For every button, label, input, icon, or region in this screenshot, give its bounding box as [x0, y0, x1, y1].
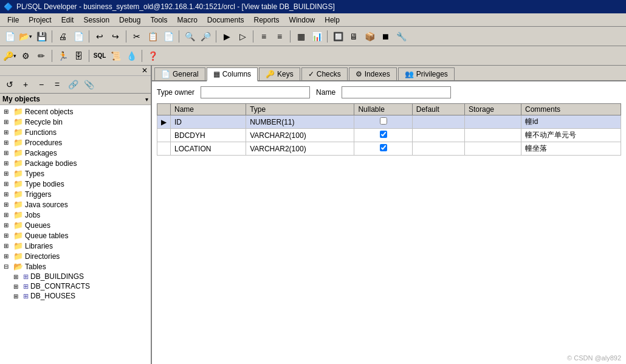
pin-tree-button[interactable]: 📎 [81, 77, 96, 92]
expander-types[interactable]: ⊞ [4, 170, 13, 177]
close-panel-button[interactable]: ✕ [140, 66, 150, 75]
compile-button[interactable]: 🖥 [346, 29, 361, 44]
tree-item-directories[interactable]: ⊞📁Directories [1, 251, 150, 261]
lock-button[interactable]: ⚙ [18, 49, 33, 63]
expander-tables[interactable]: ⊟ [4, 263, 13, 270]
link-tree-button[interactable]: 🔗 [66, 77, 80, 92]
tree-item-db-contracts[interactable]: ⊞⊞DB_CONTRACTS [1, 281, 150, 291]
tab-keys[interactable]: 🔑Keys [259, 67, 300, 80]
db-button[interactable]: 🗄 [71, 49, 86, 63]
tree-item-queue-tables[interactable]: ⊞📁Queue tables [1, 230, 150, 241]
cut-button[interactable]: ✂ [129, 29, 144, 44]
paste-button[interactable]: 📄 [161, 29, 176, 44]
execute-button[interactable]: ▶ [219, 29, 234, 44]
tree-item-recycle-bin[interactable]: ⊞📁Recycle bin [1, 117, 150, 127]
menu-item-macro[interactable]: Macro [172, 15, 202, 26]
scroll-button[interactable]: 📜 [108, 49, 123, 63]
filter-tree-button[interactable]: = [50, 77, 64, 92]
menu-item-project[interactable]: Project [24, 15, 56, 26]
expander-packages[interactable]: ⊞ [4, 149, 13, 156]
tree-item-java-sources[interactable]: ⊞📁Java sources [1, 199, 150, 210]
cell-nullable-0[interactable] [354, 115, 412, 129]
menu-item-window[interactable]: Window [284, 15, 320, 26]
my-objects-dropdown[interactable]: ▾ [145, 96, 148, 103]
indent-button[interactable]: ≡ [256, 29, 271, 44]
expander-db-buildings[interactable]: ⊞ [13, 273, 23, 280]
execute-step-button[interactable]: ▷ [235, 29, 250, 44]
tools-button[interactable]: 🔧 [394, 29, 408, 44]
stop-button[interactable]: ⏹ [378, 29, 393, 44]
menu-item-edit[interactable]: Edit [57, 15, 79, 26]
tree-item-package-bodies[interactable]: ⊞📁Package bodies [1, 158, 150, 168]
run-button[interactable]: 🏃 [55, 49, 70, 63]
expander-package-bodies[interactable]: ⊞ [4, 160, 13, 167]
find-button[interactable]: 🔍 [182, 29, 197, 44]
explain-button[interactable]: 📊 [309, 29, 324, 44]
table-row[interactable]: ▶IDNUMBER(11)幢id [157, 115, 621, 129]
table-row[interactable]: BDCDYHVARCHAR2(100)幢不动产单元号 [157, 129, 621, 142]
tree-item-recent-objects[interactable]: ⊞📁Recent objects [1, 106, 150, 117]
add-tree-button[interactable]: + [18, 77, 33, 92]
compile-all-button[interactable]: 📦 [362, 29, 377, 44]
menu-item-file[interactable]: File [2, 15, 24, 26]
expander-triggers[interactable]: ⊞ [4, 191, 13, 197]
grid-button[interactable]: ▦ [294, 29, 308, 44]
expander-recycle-bin[interactable]: ⊞ [4, 118, 13, 125]
expander-queue-tables[interactable]: ⊞ [4, 232, 13, 239]
tree-item-procedures[interactable]: ⊞📁Procedures [1, 137, 150, 148]
tree-item-db-houses[interactable]: ⊞⊞DB_HOUSES [1, 291, 150, 301]
type-owner-input[interactable] [201, 86, 310, 98]
refresh-tree-button[interactable]: ↺ [2, 77, 17, 92]
expander-recent-objects[interactable]: ⊞ [4, 108, 13, 115]
expander-functions[interactable]: ⊞ [4, 129, 13, 136]
tree-item-type-bodies[interactable]: ⊞📁Type bodies [1, 179, 150, 189]
expander-type-bodies[interactable]: ⊞ [4, 180, 13, 187]
debug-button[interactable]: 🔲 [331, 29, 345, 44]
menu-item-debug[interactable]: Debug [114, 15, 145, 26]
menu-item-reports[interactable]: Reports [249, 15, 284, 26]
help-button[interactable]: ❓ [145, 49, 160, 63]
print-button[interactable]: 🖨 [55, 29, 70, 44]
tree-item-triggers[interactable]: ⊞📁Triggers [1, 189, 150, 199]
tree-item-functions[interactable]: ⊞📁Functions [1, 127, 150, 137]
menu-item-help[interactable]: Help [320, 15, 345, 26]
expander-db-contracts[interactable]: ⊞ [13, 283, 23, 290]
tree-item-types[interactable]: ⊞📁Types [1, 168, 150, 179]
tree-item-libraries[interactable]: ⊞📁Libraries [1, 241, 150, 251]
expander-db-houses[interactable]: ⊞ [13, 293, 23, 300]
remove-tree-button[interactable]: − [34, 77, 49, 92]
tab-general[interactable]: 📄General [154, 67, 205, 80]
tree-item-tables[interactable]: ⊟📂Tables [1, 261, 150, 272]
new-button[interactable]: 📄 [2, 29, 17, 44]
tab-privileges[interactable]: 👥Privileges [398, 67, 455, 80]
tab-columns[interactable]: ▦Columns [207, 67, 258, 81]
tree-item-db-buildings[interactable]: ⊞⊞DB_BUILDINGS [1, 272, 150, 281]
find-next-button[interactable]: 🔎 [198, 29, 213, 44]
expander-java-sources[interactable]: ⊞ [4, 201, 13, 208]
expander-libraries[interactable]: ⊞ [4, 242, 13, 249]
cell-nullable-1[interactable] [354, 129, 412, 142]
menu-item-tools[interactable]: Tools [145, 15, 172, 26]
key-dropdown[interactable]: 🔑▾ [2, 49, 17, 63]
outdent-button[interactable]: ≡ [272, 29, 287, 44]
open-button[interactable]: 📂▾ [18, 29, 33, 44]
tab-checks[interactable]: ✓Checks [301, 67, 348, 80]
tree-item-packages[interactable]: ⊞📁Packages [1, 148, 150, 158]
sql-button[interactable]: SQL [92, 49, 107, 63]
copy-button[interactable]: 📋 [145, 29, 160, 44]
save-button[interactable]: 💾 [34, 29, 49, 44]
tree-item-jobs[interactable]: ⊞📁Jobs [1, 210, 150, 220]
cell-nullable-2[interactable] [354, 142, 412, 156]
redo-button[interactable]: ↪ [108, 29, 123, 44]
tree-item-queues[interactable]: ⊞📁Queues [1, 220, 150, 230]
print-preview-button[interactable]: 📄 [71, 29, 86, 44]
undo-button[interactable]: ↩ [92, 29, 107, 44]
expander-jobs[interactable]: ⊞ [4, 211, 13, 218]
expander-directories[interactable]: ⊞ [4, 253, 13, 259]
drop-button[interactable]: 💧 [124, 49, 139, 63]
tab-indexes[interactable]: ⚙Indexes [349, 67, 397, 80]
expander-procedures[interactable]: ⊞ [4, 139, 13, 146]
name-input[interactable] [342, 86, 451, 98]
expander-queues[interactable]: ⊞ [4, 222, 13, 228]
menu-item-session[interactable]: Session [78, 15, 114, 26]
